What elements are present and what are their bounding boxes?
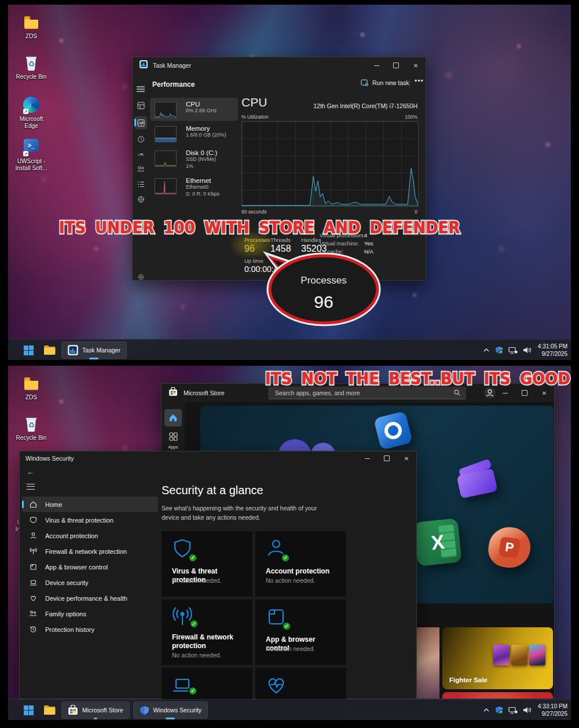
nav-item-device-security[interactable]: Device security	[22, 575, 158, 590]
nav-item-account[interactable]: Account protection	[22, 528, 158, 543]
tray-chevron-icon[interactable]	[483, 347, 490, 353]
panel-cpu[interactable]: CPU 0% 2.69 GHz	[150, 98, 238, 121]
app-history-icon[interactable]	[135, 134, 146, 144]
minimize-button[interactable]	[367, 58, 386, 73]
tile-firewall-network[interactable]: Firewall & network protection No action …	[162, 600, 252, 665]
clock-time: 4:31:05 PM	[538, 343, 567, 350]
x-axis-right: 0	[415, 209, 417, 215]
panel-memory[interactable]: Memory 1.6/8.0 GB (20%)	[150, 122, 238, 145]
nav-item-protection-history[interactable]: Protection history	[22, 622, 158, 637]
start-button[interactable]	[20, 341, 37, 359]
taskbar-clock[interactable]: 4:33:10 PM 9/27/2025	[538, 703, 567, 718]
taskbar-clock[interactable]: 4:31:05 PM 9/27/2025	[538, 343, 567, 358]
nav-item-performance-health[interactable]: Device performance & health	[22, 590, 158, 606]
nav-label: Family options	[45, 611, 86, 617]
clock-time: 4:33:10 PM	[538, 703, 567, 710]
tray-security-shield-icon[interactable]	[495, 706, 503, 714]
tile-account-protection[interactable]: Account protection No action needed.	[255, 531, 346, 597]
tray-volume-icon[interactable]	[523, 347, 532, 354]
folder-icon	[23, 14, 40, 31]
panel-disk[interactable]: Disk 0 (C:) SSD (NVMe) 1%	[150, 146, 238, 173]
home-icon	[29, 501, 37, 508]
task-manager-sidebar	[133, 73, 148, 280]
taskbar-app-task-manager[interactable]: Task Manager	[61, 341, 127, 359]
outlook-icon	[373, 411, 413, 450]
history-icon	[29, 626, 37, 633]
taskbar-app-label: Task Manager	[82, 347, 120, 354]
run-new-task-button[interactable]: Run new task	[361, 79, 409, 86]
taskbar-app-windows-security[interactable]: Windows Security	[133, 701, 208, 719]
nav-item-firewall[interactable]: Firewall & network protection	[22, 543, 158, 559]
clipchamp-icon	[455, 460, 501, 501]
tray-network-icon[interactable]	[508, 347, 518, 354]
taskbar-app-microsoft-store[interactable]: Microsoft Store	[61, 701, 130, 719]
desktop-icon-recycle-bin[interactable]: ♻ Recycle Bin	[14, 54, 49, 80]
callout-bubble: Processes 96	[263, 250, 384, 328]
store-search-input[interactable]: Search apps, games, and more	[268, 387, 466, 399]
nav-item-home[interactable]: Home	[22, 497, 158, 512]
desktop-icon-label: ZDS	[14, 33, 49, 40]
family-icon	[29, 610, 37, 617]
file-explorer-button[interactable]	[41, 701, 58, 719]
home-icon	[168, 413, 178, 422]
tray-security-shield-icon[interactable]	[495, 346, 503, 354]
settings-icon[interactable]	[135, 271, 146, 282]
card-title: Fighter Sale	[449, 676, 488, 683]
tray-network-icon[interactable]	[508, 707, 518, 714]
nav-label: Protection history	[45, 626, 94, 633]
startup-apps-icon[interactable]	[135, 149, 146, 159]
back-button[interactable]: ←	[27, 468, 34, 476]
excel-icon: X	[413, 518, 462, 567]
menu-icon[interactable]	[135, 84, 146, 94]
store-nav-home[interactable]	[164, 409, 182, 426]
recycle-bin-icon: ♻	[23, 416, 40, 433]
security-tiles: Virus & threat protection No action need…	[162, 531, 346, 720]
more-options-icon[interactable]: •••	[415, 77, 424, 85]
close-button[interactable]	[406, 58, 426, 73]
desktop-icon-edge[interactable]: ↗ Microsoft Edge	[14, 96, 49, 129]
file-explorer-button[interactable]	[41, 341, 58, 359]
search-icon	[454, 388, 460, 398]
tray-volume-icon[interactable]	[523, 707, 532, 714]
desktop-icon-recycle-bin[interactable]: ♻ Recycle Bin	[14, 416, 49, 442]
nav-item-app-browser[interactable]: App & browser control	[22, 559, 158, 575]
maximize-button[interactable]	[386, 58, 406, 73]
processes-icon[interactable]	[135, 100, 146, 111]
security-titlebar[interactable]: Windows Security	[20, 451, 416, 465]
desktop-icon-zds[interactable]: ZDS	[14, 375, 49, 401]
windows-logo-icon	[24, 345, 34, 355]
store-nav-apps[interactable]: Apps	[162, 432, 185, 450]
store-card-fighter-sale[interactable]: Fighter Sale	[442, 627, 553, 689]
desktop-icon-zds[interactable]: ZDS	[14, 14, 49, 40]
store-card-red[interactable]	[442, 692, 553, 698]
tray-chevron-icon[interactable]	[483, 707, 490, 713]
close-button[interactable]	[397, 451, 416, 466]
callout-label: Processes	[301, 275, 346, 286]
details-icon[interactable]	[135, 179, 146, 189]
folder-icon	[23, 375, 40, 392]
performance-icon[interactable]	[134, 116, 147, 129]
tile-virus-threat[interactable]: Virus & threat protection No action need…	[162, 531, 252, 597]
task-manager-titlebar[interactable]: Task Manager	[133, 57, 426, 73]
security-shield-icon	[140, 705, 149, 715]
cpu-sparkline	[155, 102, 177, 118]
account-icon[interactable]	[483, 387, 496, 402]
panel-ethernet[interactable]: Ethernet Ethernet0 S: 0 R: 0 Kbps	[150, 174, 238, 201]
desktop-icon-uwscript[interactable]: >_↗ UWScript - Install Soft...	[14, 137, 49, 171]
nav-item-virus-threat[interactable]: Virus & threat protection	[22, 512, 158, 528]
nav-item-family-options[interactable]: Family options	[22, 606, 158, 622]
security-nav: Home Virus & threat protection Account p…	[20, 497, 162, 637]
menu-icon[interactable]	[27, 484, 35, 490]
maximize-button[interactable]	[377, 451, 397, 466]
users-icon[interactable]	[135, 164, 146, 174]
minimize-button[interactable]	[357, 451, 377, 466]
start-button[interactable]	[20, 701, 37, 719]
desktop-icon-label: Recycle Bin	[14, 435, 49, 442]
services-icon[interactable]	[135, 194, 146, 204]
tile-status: No action needed.	[266, 577, 315, 584]
recycle-bin-icon: ♻	[23, 54, 40, 72]
tile-app-browser[interactable]: App & browser control No action needed.	[255, 600, 346, 665]
windows-security-window: Windows Security ← Home Virus & threat p…	[19, 451, 417, 699]
cpu-utilization-chart	[241, 121, 419, 207]
panel-name: Memory	[186, 125, 238, 132]
